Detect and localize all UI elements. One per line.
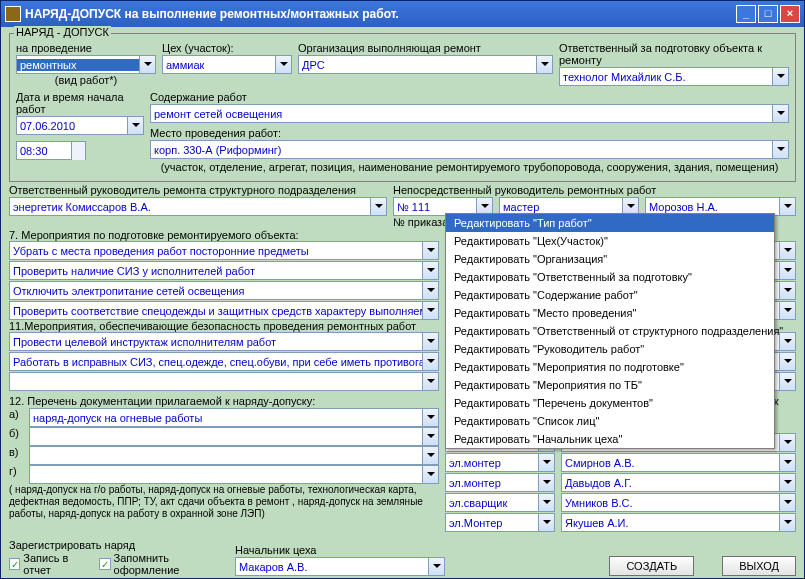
menu-item[interactable]: Редактировать "Цех(Участок)" xyxy=(446,232,774,250)
combo-place[interactable]: корп. 330-А (Риформинг) xyxy=(150,140,789,159)
chevron-down-icon xyxy=(772,105,788,122)
lbl-sec12: 12. Перечень документации прилагаемой к … xyxy=(9,395,439,407)
sec13-fio[interactable]: Якушев А.И. xyxy=(561,513,796,532)
chevron-down-icon xyxy=(779,262,795,279)
sec11-item[interactable]: Работать в исправных СИЗ, спец.одежде, с… xyxy=(9,352,439,371)
combo-chief[interactable]: Макаров А.В. xyxy=(235,557,445,576)
lbl-org: Организация выполняющая ремонт xyxy=(298,42,553,54)
lbl-place: Место проведения работ: xyxy=(150,127,789,139)
chevron-down-icon xyxy=(422,466,438,483)
create-button[interactable]: СОЗДАТЬ xyxy=(609,556,694,576)
chevron-down-icon xyxy=(139,56,155,73)
chevron-down-icon xyxy=(275,56,291,73)
app-icon xyxy=(5,6,21,22)
sec13-prof[interactable]: эл.сварщик xyxy=(445,493,555,512)
combo-otvet[interactable]: технолог Михайлик С.Б. xyxy=(559,67,789,86)
chevron-down-icon xyxy=(779,242,795,259)
menu-item[interactable]: Редактировать "Содержание работ" xyxy=(446,286,774,304)
chevron-down-icon xyxy=(422,242,438,259)
lbl-na-provedenie: на проведение xyxy=(16,42,156,54)
sec12-g[interactable] xyxy=(29,465,439,484)
lbl-resp-direct: Непосредственный руководитель ремонтных … xyxy=(393,184,796,196)
lbl-datetime: Дата и время начала работ xyxy=(16,91,144,115)
exit-button[interactable]: ВЫХОД xyxy=(722,556,796,576)
sec13-prof[interactable]: эл.монтер xyxy=(445,453,555,472)
combo-content[interactable]: ремонт сетей освещения xyxy=(150,104,789,123)
chevron-down-icon xyxy=(422,333,438,350)
chevron-down-icon xyxy=(422,302,438,319)
date-picker[interactable]: 07.06.2010 xyxy=(16,116,144,135)
menu-item[interactable]: Редактировать "Организация" xyxy=(446,250,774,268)
hint-vid-rabot: (вид работ*) xyxy=(16,74,156,86)
combo-resp-struct[interactable]: энергетик Комиссаров В.А. xyxy=(9,197,387,216)
chevron-down-icon xyxy=(428,558,444,575)
lbl-sec11: 11.Мероприятия, обеспечивающие безопасно… xyxy=(9,320,416,332)
group-title: НАРЯД - ДОПУСК xyxy=(14,26,111,38)
lbl-reg: Зарегистрировать наряд xyxy=(9,539,229,551)
close-button[interactable]: × xyxy=(780,5,800,23)
combo-org[interactable]: ДРС xyxy=(298,55,553,74)
hint-place: (участок, отделение, агрегат, позиция, н… xyxy=(150,161,789,173)
chevron-down-icon xyxy=(422,262,438,279)
menu-item[interactable]: Редактировать "Место проведения" xyxy=(446,304,774,322)
hint-sec12: ( наряд-допуск на г/о работы, наряд-допу… xyxy=(9,484,439,520)
sec7-item[interactable]: Отключить электропитание сетей освещения xyxy=(9,281,439,300)
chevron-down-icon xyxy=(422,373,438,390)
lbl-sec7: 7. Мероприятия по подготовке ремонтируем… xyxy=(9,229,299,241)
menu-item[interactable]: Редактировать "Мероприятия по подготовке… xyxy=(446,358,774,376)
combo-vid-rabot[interactable]: ремонтных xyxy=(16,55,156,74)
chevron-down-icon xyxy=(422,409,438,426)
menu-item[interactable]: Редактировать "Перечень документов" xyxy=(446,394,774,412)
lbl-ceh: Цех (участок): xyxy=(162,42,292,54)
chevron-down-icon xyxy=(422,428,438,445)
chevron-down-icon xyxy=(536,56,552,73)
chk-remember[interactable]: Запомнить оформление xyxy=(99,552,229,576)
sec7-item[interactable]: Убрать с места проведения работ посторон… xyxy=(9,241,439,260)
time-spinner[interactable]: 08:30 xyxy=(16,141,86,160)
menu-item[interactable]: Редактировать "Руководитель работ" xyxy=(446,340,774,358)
sec13-prof[interactable]: эл.монтер xyxy=(445,473,555,492)
menu-item[interactable]: Редактировать "Ответственный от структур… xyxy=(446,322,774,340)
chevron-down-icon xyxy=(779,198,795,215)
combo-ceh[interactable]: аммиак xyxy=(162,55,292,74)
lbl-otvet: Ответственный за подготовку объекта к ре… xyxy=(559,42,789,66)
sec12-b[interactable] xyxy=(29,427,439,446)
menu-item[interactable]: Редактировать "Тип работ" xyxy=(446,214,774,232)
sec7-item[interactable]: Проверить наличие СИЗ у исполнителей раб… xyxy=(9,261,439,280)
chk-report[interactable]: Запись в отчет xyxy=(9,552,93,576)
sec12-v[interactable] xyxy=(29,446,439,465)
sec13-fio[interactable]: Давыдов А.Г. xyxy=(561,473,796,492)
chevron-down-icon xyxy=(779,373,795,390)
chevron-down-icon xyxy=(370,198,386,215)
chevron-down-icon xyxy=(772,141,788,158)
titlebar: НАРЯД-ДОПУСК на выполнение ремонтных/мон… xyxy=(1,1,804,27)
sec11-item[interactable] xyxy=(9,372,439,391)
sec13-prof[interactable]: эл.Монтер xyxy=(445,513,555,532)
chevron-down-icon xyxy=(127,117,143,134)
menu-item[interactable]: Редактировать "Начальник цеха" xyxy=(446,430,774,448)
chevron-down-icon xyxy=(422,282,438,299)
chevron-down-icon xyxy=(422,447,438,464)
lbl-content: Содержание работ xyxy=(150,91,789,103)
menu-item[interactable]: Редактировать "Список лиц" xyxy=(446,412,774,430)
minimize-button[interactable]: _ xyxy=(736,5,756,23)
chevron-down-icon xyxy=(772,68,788,85)
sec13-fio[interactable]: Умников В.С. xyxy=(561,493,796,512)
lbl-chief: Начальник цеха xyxy=(235,544,445,556)
chevron-down-icon xyxy=(422,353,438,370)
sec12-a[interactable]: наряд-допуск на огневые работы xyxy=(29,408,439,427)
chevron-down-icon xyxy=(779,353,795,370)
menu-item[interactable]: Редактировать "Мероприятия по ТБ" xyxy=(446,376,774,394)
sec11-item[interactable]: Провести целевой инструктаж исполнителям… xyxy=(9,332,439,351)
sec7-item[interactable]: Проверить соответствие спецодежды и защи… xyxy=(9,301,439,320)
window-title: НАРЯД-ДОПУСК на выполнение ремонтных/мон… xyxy=(25,7,734,21)
lbl-resp-struct: Ответственный руководитель ремонта струк… xyxy=(9,184,387,196)
menu-item[interactable]: Редактировать "Ответственный за подготов… xyxy=(446,268,774,286)
chevron-down-icon xyxy=(779,302,795,319)
chevron-down-icon xyxy=(779,282,795,299)
sec13-fio[interactable]: Смирнов А.В. xyxy=(561,453,796,472)
maximize-button[interactable]: □ xyxy=(758,5,778,23)
context-menu[interactable]: Редактировать "Тип работ"Редактировать "… xyxy=(445,213,775,449)
